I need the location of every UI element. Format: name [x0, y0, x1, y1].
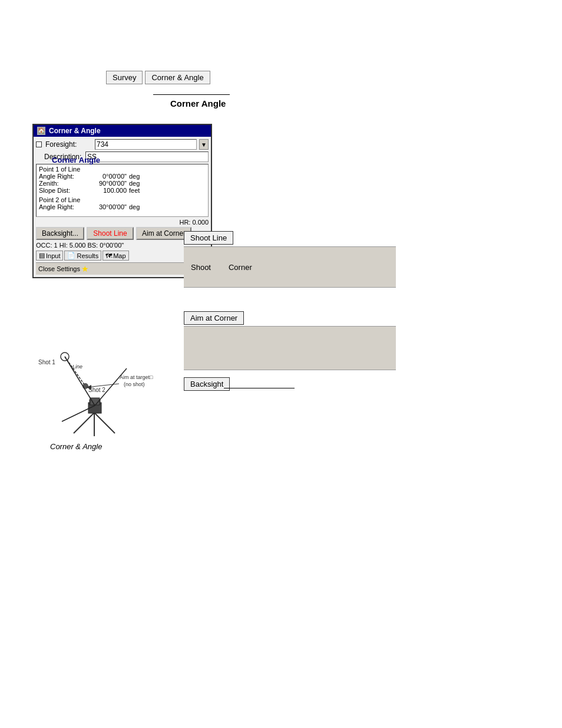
shoot-corner-box: Shoot Corner — [184, 246, 396, 288]
survey-button[interactable]: Survey — [106, 71, 143, 84]
shoot-line-dialog-button[interactable]: Shoot Line — [87, 227, 134, 240]
close-settings-label: Close Settings — [38, 265, 80, 272]
tab-row: ▤ Input 📄 Results 🗺 Map — [36, 251, 209, 261]
illustration: Shot 1 Line Shot 2 Aim at target□ (no sh… — [32, 321, 174, 451]
foresight-checkbox[interactable] — [36, 141, 42, 147]
zenith-value: 90°00'00" — [88, 180, 127, 187]
close-settings-button[interactable]: Close Settings ★ — [38, 264, 89, 274]
dialog-icon: 🏠 — [37, 127, 45, 135]
occ-info: OCC: 1 HI: 5.000 BS: 0°00'00" — [36, 242, 209, 249]
svg-text:Aim at target□: Aim at target□ — [120, 374, 153, 380]
description-input[interactable] — [85, 151, 209, 162]
nav-underline — [153, 94, 230, 95]
point1-header: Point 1 of Line — [39, 166, 86, 173]
shoot-label: Shoot — [191, 263, 211, 272]
shoot-line-button[interactable]: Shoot Line — [184, 231, 233, 245]
corner-angle-small-label: Corner Angle — [52, 156, 100, 164]
angle-right-unit: deg — [129, 173, 147, 180]
svg-line-2 — [94, 413, 115, 433]
foresight-dropdown[interactable]: ▼ — [199, 139, 209, 150]
nav-breadcrumb: Survey Corner & Angle — [106, 71, 210, 84]
svg-text:Line: Line — [72, 364, 82, 370]
tab-input[interactable]: ▤ Input — [36, 251, 63, 261]
angle-right2-unit: deg — [129, 203, 147, 210]
foresight-input[interactable] — [95, 139, 197, 150]
svg-line-0 — [74, 413, 94, 433]
star-icon: ★ — [81, 264, 89, 274]
corner-angle-nav-button[interactable]: Corner & Angle — [145, 71, 210, 84]
tab-input-label: Input — [46, 252, 60, 259]
dialog-title: Corner & Angle — [49, 127, 101, 135]
buttons-row: Backsight... Shoot Line Aim at Corner — [36, 227, 209, 240]
aim-corner-dialog-button[interactable]: Aim at Corner — [136, 227, 191, 240]
slope-dist-unit: feet — [129, 187, 147, 194]
corner-label: Corner — [229, 263, 252, 272]
tab-map[interactable]: 🗺 Map — [103, 251, 128, 261]
backsight-dialog-button[interactable]: Backsight... — [36, 227, 84, 240]
tab-results-label: Results — [77, 252, 98, 259]
aim-corner-button[interactable]: Aim at Corner — [184, 311, 244, 325]
input-icon: ▤ — [39, 252, 45, 259]
results-icon: 📄 — [67, 252, 75, 259]
svg-text:Shot 1: Shot 1 — [38, 359, 55, 365]
foresight-label: Foresight: — [45, 140, 92, 149]
angle-right-value: 0°00'00" — [88, 173, 127, 180]
angle-right2-label: Angle Right: — [39, 203, 86, 210]
dialog-titlebar: 🏠 Corner & Angle — [34, 125, 211, 137]
backsight-button[interactable]: Backsight — [184, 377, 230, 391]
data-box: Point 1 of Line Angle Right: 0°00'00" de… — [36, 164, 209, 217]
backsight-underline — [224, 388, 295, 388]
aim-corner-box — [184, 326, 396, 370]
hr-row: HR: 0.000 — [36, 219, 209, 226]
point2-header: Point 2 of Line — [39, 196, 86, 203]
corner-angle-caption: Corner & Angle — [50, 442, 102, 451]
foresight-row: Foresight: ▼ — [36, 139, 209, 150]
tab-map-label: Map — [113, 252, 125, 259]
svg-text:(no shot): (no shot) — [124, 381, 145, 387]
slope-dist-value: 100.000 — [88, 187, 127, 194]
map-icon: 🗺 — [105, 252, 112, 259]
zenith-unit: deg — [129, 180, 147, 187]
slope-dist-label: Slope Dist: — [39, 187, 86, 194]
close-settings-row: Close Settings ★ ▲ ▼ — [36, 262, 209, 275]
corner-angle-heading: Corner Angle — [170, 98, 226, 108]
tab-results[interactable]: 📄 Results — [64, 251, 101, 261]
zenith-label: Zenith: — [39, 180, 86, 187]
angle-right2-value: 30°00'00" — [88, 203, 127, 210]
angle-right-label: Angle Right: — [39, 173, 86, 180]
